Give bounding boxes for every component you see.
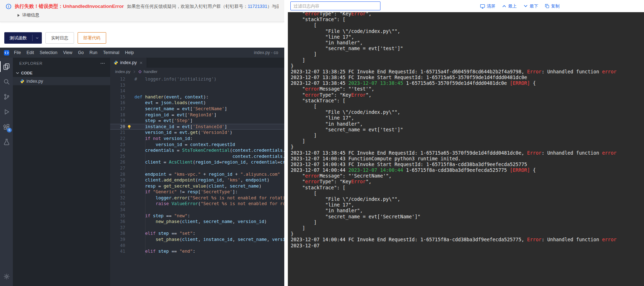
tab-label: index.py (120, 60, 137, 65)
close-icon[interactable] (139, 61, 143, 65)
code-area[interactable]: 12# logger.info('initializing')131415def… (110, 76, 284, 286)
log-line: "secret_name = evt['SecretName']" (291, 214, 641, 220)
explorer-icon[interactable] (0, 59, 13, 74)
clear-screen-button[interactable]: 清屏 (480, 3, 495, 9)
scroll-bottom-button[interactable]: 最下 (523, 3, 538, 9)
code-line-36[interactable]: 36 new_phase(client, secret_name, versio… (110, 219, 284, 225)
menu-terminal[interactable]: Terminal (100, 50, 122, 55)
menu-file[interactable]: File (11, 50, 24, 55)
menu-help[interactable]: Help (122, 50, 137, 55)
code-line-17[interactable]: 17 secret_name = evt['SecretName'] (110, 106, 284, 112)
extensions-badge: 6 (7, 128, 12, 132)
code-line-27[interactable]: 27 (110, 165, 284, 171)
tab-indexpy[interactable]: index.py (110, 58, 147, 68)
log-line: "in handler", (291, 208, 641, 214)
copy-button[interactable]: 复制 (545, 3, 560, 9)
code-line-22[interactable]: 22 if not version_id: (110, 136, 284, 142)
menu-go[interactable]: Go (75, 50, 87, 55)
log-output[interactable]: "errorType": "KeyError", "stackTrace": [… (288, 12, 644, 286)
line-number: 41 (110, 248, 125, 255)
menu-run[interactable]: Run (87, 50, 100, 55)
line-number: 26 (110, 159, 125, 165)
code-line-33[interactable]: 33 raise ValueError("Secret %s is not en… (110, 201, 284, 207)
code-line-35[interactable]: 35 if step == "new": (110, 213, 284, 219)
code-line-16[interactable]: 16 evt = json.loads(event) (110, 100, 284, 106)
file-item-indexpy[interactable]: index.py (13, 77, 110, 85)
log-line: 2023-12-07 13:38:45 FC Invoke End Reques… (291, 150, 641, 156)
python-file-icon (20, 79, 24, 83)
log-line: ] (291, 133, 641, 139)
run-debug-icon[interactable] (0, 104, 13, 119)
breadcrumb-symbol[interactable]: handler (144, 69, 157, 74)
info-icon (6, 4, 11, 9)
log-line: 2023-12-07 14:00:43 FunctionCompute pyth… (291, 156, 641, 162)
code-line-29[interactable]: 29 client.add_endpoint(region_id, 'kms',… (110, 177, 284, 183)
code-line-21[interactable]: 21 version_id = evt.get('VersionId') (110, 130, 284, 136)
code-line-26[interactable]: 26 client = AcsClient(region_id=region_i… (110, 159, 284, 165)
testing-icon[interactable] (0, 134, 13, 149)
code-text: evt = json.loads(event) (125, 100, 206, 106)
breadcrumb-file[interactable]: index.py (115, 69, 131, 74)
action-label: 清屏 (487, 3, 495, 9)
code-line-13[interactable]: 13 (110, 82, 284, 88)
code-line-30[interactable]: 30 resp = get_secret_value(client, secre… (110, 183, 284, 189)
line-number: 21 (110, 130, 125, 136)
test-function-button[interactable]: 测试函数 (4, 32, 42, 44)
code-line-34[interactable]: 34 (110, 207, 284, 213)
dingtalk-group-link[interactable]: 11721331 (248, 4, 267, 9)
code-line-19[interactable]: 19 step = evt['Step'] (110, 118, 284, 124)
menu-selection[interactable]: Selection (37, 50, 60, 55)
code-text (125, 82, 134, 88)
code-line-18[interactable]: 18 region_id = evt['RegionId'] (110, 112, 284, 118)
gear-icon[interactable] (0, 269, 13, 284)
code-line-14[interactable]: 14 (110, 88, 284, 94)
code-line-41[interactable]: 41 elif step == "end": (110, 248, 284, 255)
log-line: ] (291, 52, 641, 57)
chevron-down-icon[interactable] (33, 32, 42, 44)
code-line-37[interactable]: 37 (110, 225, 284, 231)
code-text: step = evt['Step'] (125, 118, 193, 124)
source-control-icon[interactable] (0, 89, 13, 104)
log-line: ] (291, 226, 641, 231)
line-number: 38 (110, 231, 125, 237)
code-text (125, 165, 134, 171)
realtime-logs-button[interactable]: 实时日志 (45, 32, 74, 44)
code-text: version_id = context.requestId (125, 142, 235, 148)
code-text: secret_name = evt['SecretName'] (125, 106, 227, 112)
deploy-code-button[interactable]: 部署代码 (78, 32, 106, 44)
extensions-icon[interactable]: 6 (0, 119, 13, 134)
error-desc-suffix: ）与函数计算工程师即 (267, 4, 279, 9)
log-line: "File \"/code/index.py\"", (291, 110, 641, 115)
code-line-32[interactable]: 32 logger.error("Secret %s is not enable… (110, 195, 284, 201)
code-line-15[interactable]: 15def handler(event, context): (110, 94, 284, 100)
details-toggle[interactable]: 详细信息 (6, 12, 279, 18)
code-line-12[interactable]: 12# logger.info('initializing') (110, 76, 284, 82)
line-number: 23 (110, 142, 125, 148)
code-line-38[interactable]: 38 elif step == "set": (110, 231, 284, 237)
code-line-24[interactable]: 24 credentials = StsTokenCredential(cont… (110, 147, 284, 154)
log-line: 2023-12-07 13:38:45 2023-12-07 13:38:45 … (291, 81, 641, 86)
code-line-25[interactable]: 25 context.credentials.security_token) (110, 154, 284, 160)
menu-edit[interactable]: Edit (24, 50, 37, 55)
search-icon[interactable] (0, 74, 13, 89)
editor-pane: index.py index.py handler (110, 58, 284, 286)
code-line-28[interactable]: 28 endpoint = "kms-vpc." + region_id + "… (110, 171, 284, 178)
menu-view[interactable]: View (60, 50, 75, 55)
line-number: 16 (110, 100, 125, 106)
log-filter-input[interactable] (290, 1, 380, 10)
line-number: 28 (110, 171, 125, 178)
code-line-40[interactable]: 40 (110, 243, 284, 249)
copy-icon (545, 4, 550, 9)
explorer-section-code[interactable]: CODE (13, 69, 110, 77)
log-line: 2023-12-07 (291, 243, 641, 249)
code-line-39[interactable]: 39 set_phase(client, instance_id, secret… (110, 237, 284, 243)
code-line-23[interactable]: 23 version_id = context.requestId (110, 142, 284, 148)
code-line-20[interactable]: 20 instance_id = evt['InstanceId'] (110, 124, 284, 130)
scroll-top-button[interactable]: 最上 (502, 3, 517, 9)
log-line: "line 17", (291, 34, 641, 40)
code-text: version_id = evt.get('VersionId') (125, 130, 232, 136)
more-actions-icon[interactable] (100, 61, 105, 66)
log-panel: 清屏最上最下复制 "errorType": "KeyError", "stack… (288, 0, 644, 286)
code-text: # logger.info('initializing') (125, 76, 217, 82)
code-line-31[interactable]: 31 if "Generic" != resp['SecretType']: (110, 189, 284, 195)
